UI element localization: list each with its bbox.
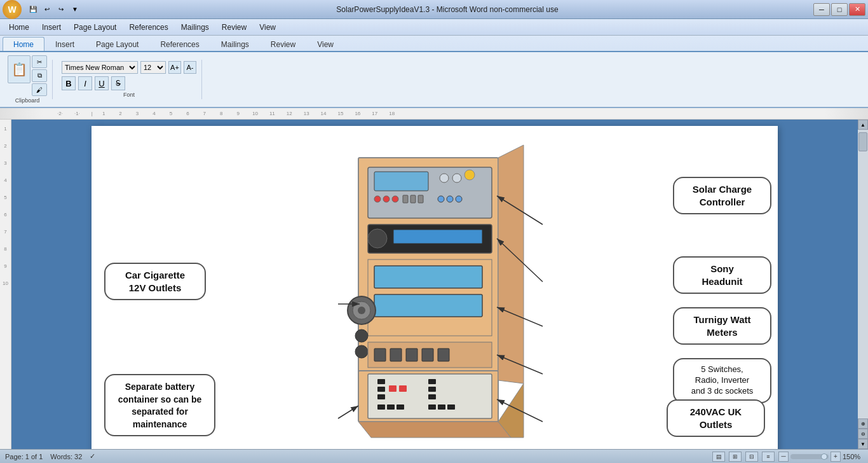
svg-marker-4 <box>358 422 511 438</box>
label-battery-container: Separate battery container so can be sep… <box>104 374 215 436</box>
svg-rect-25 <box>374 294 482 317</box>
svg-line-56 <box>497 399 543 422</box>
svg-rect-48 <box>428 394 436 399</box>
svg-rect-39 <box>377 387 385 392</box>
paste-btn[interactable]: 📋 <box>8 55 31 83</box>
strikethrough-btn[interactable]: S̶ <box>111 76 125 90</box>
svg-point-12 <box>383 196 390 202</box>
tab-page-layout[interactable]: Page Layout <box>85 37 149 51</box>
svg-rect-41 <box>389 385 397 392</box>
svg-rect-36 <box>438 349 449 361</box>
label-240vac: 240VAC UK Outlets <box>667 399 765 437</box>
menu-references[interactable]: References <box>123 20 174 34</box>
scroll-expand-btn[interactable]: ⊕ <box>858 418 868 429</box>
undo-quick-btn[interactable]: ↩ <box>41 3 53 16</box>
bold-btn[interactable]: B <box>62 76 76 90</box>
grow-font-btn[interactable]: A+ <box>168 61 181 74</box>
zoom-slider[interactable] <box>790 454 829 459</box>
view-draft-btn[interactable]: ≡ <box>762 452 775 462</box>
scroll-shrink-btn[interactable]: ⊖ <box>858 429 868 439</box>
svg-line-54 <box>497 307 543 326</box>
svg-line-55 <box>497 355 543 374</box>
view-print-btn[interactable]: ▤ <box>712 452 725 462</box>
tab-insert[interactable]: Insert <box>44 37 85 51</box>
svg-rect-6 <box>368 167 492 218</box>
svg-rect-50 <box>438 404 445 410</box>
svg-rect-33 <box>390 349 402 361</box>
svg-rect-34 <box>406 349 417 361</box>
quick-access-toolbar: 💾 ↩ ↪ ▼ <box>27 3 81 16</box>
svg-point-18 <box>447 196 453 202</box>
svg-rect-44 <box>387 404 395 410</box>
view-fullscreen-btn[interactable]: ⊞ <box>729 452 742 462</box>
svg-line-58 <box>338 406 358 418</box>
ribbon-tabs: Home Insert Page Layout References Maili… <box>0 36 868 51</box>
svg-rect-40 <box>377 394 385 399</box>
zoom-out-btn[interactable]: ─ <box>778 452 789 462</box>
label-solar-charge-controller: Solar Charge Controller <box>673 177 771 214</box>
tab-review[interactable]: Review <box>260 37 306 51</box>
label-turnigy-watt-meters: Turnigy Watt Meters <box>673 307 771 345</box>
zoom-in-btn[interactable]: + <box>831 452 841 462</box>
svg-rect-47 <box>428 387 436 392</box>
svg-rect-45 <box>397 404 404 410</box>
save-quick-btn[interactable]: 💾 <box>27 3 39 16</box>
svg-point-11 <box>374 196 381 202</box>
tab-home[interactable]: Home <box>3 37 44 51</box>
svg-rect-51 <box>447 404 455 410</box>
shrink-font-btn[interactable]: A- <box>184 61 196 74</box>
vertical-scrollbar[interactable]: ▲ ⊕ ⊖ ▼ <box>858 120 868 449</box>
svg-line-53 <box>497 238 543 282</box>
office-button[interactable]: W <box>3 0 22 19</box>
scroll-up-button[interactable]: ▲ <box>858 120 868 130</box>
svg-point-29 <box>355 329 368 342</box>
titlebar-left: W 💾 ↩ ↪ ▼ <box>0 0 81 19</box>
document-area: Solar Charge Controller Sony Headunit Tu… <box>11 120 858 449</box>
redo-quick-btn[interactable]: ↪ <box>55 3 67 16</box>
view-web-btn[interactable]: ⊟ <box>745 452 758 462</box>
menu-mailings[interactable]: Mailings <box>175 20 215 34</box>
menu-review[interactable]: Review <box>215 20 253 34</box>
tab-mailings[interactable]: Mailings <box>210 37 260 51</box>
svg-rect-49 <box>428 404 436 410</box>
cut-btn[interactable]: ✂ <box>32 55 47 68</box>
format-painter-btn[interactable]: 🖌 <box>32 83 47 96</box>
menu-view[interactable]: View <box>253 20 282 34</box>
minimize-button[interactable]: ─ <box>813 3 830 16</box>
svg-rect-2 <box>358 371 498 422</box>
svg-rect-43 <box>377 404 385 410</box>
spellcheck-icon[interactable]: ✓ <box>90 452 95 460</box>
svg-point-26 <box>348 296 376 324</box>
svg-rect-22 <box>393 230 482 244</box>
svg-point-30 <box>355 345 368 358</box>
svg-rect-24 <box>374 266 482 288</box>
italic-btn[interactable]: I <box>78 76 92 90</box>
dropdown-quick-btn[interactable]: ▼ <box>69 3 81 16</box>
maximize-button[interactable]: □ <box>831 3 848 16</box>
svg-point-28 <box>358 307 365 314</box>
menu-page-layout[interactable]: Page Layout <box>67 20 123 34</box>
svg-point-10 <box>465 170 475 180</box>
label-five-switches: 5 Switches, Radio, Inverter and 3 dc soc… <box>673 358 771 403</box>
copy-btn[interactable]: ⧉ <box>32 69 47 82</box>
window-controls: ─ □ ✕ <box>813 3 868 16</box>
close-button[interactable]: ✕ <box>849 3 865 16</box>
svg-point-13 <box>392 196 398 202</box>
menu-bar: Home Insert Page Layout References Maili… <box>0 19 868 36</box>
svg-point-17 <box>438 196 444 202</box>
scroll-thumb[interactable] <box>858 132 867 151</box>
tab-view[interactable]: View <box>306 37 344 51</box>
underline-btn[interactable]: U <box>95 76 109 90</box>
scroll-down-button[interactable]: ▼ <box>858 439 868 449</box>
menu-insert[interactable]: Insert <box>36 20 67 34</box>
font-size-select[interactable]: 12 <box>140 61 166 74</box>
svg-rect-20 <box>368 225 492 253</box>
menu-home[interactable]: Home <box>3 20 36 34</box>
tab-references[interactable]: References <box>149 37 210 51</box>
svg-rect-42 <box>399 385 407 392</box>
font-family-select[interactable]: Times New Roman <box>62 61 138 74</box>
svg-line-52 <box>497 196 543 225</box>
svg-rect-1 <box>358 158 498 380</box>
horizontal-ruler: ·2··1·| 123 456 789 101112 131415 161718 <box>0 108 868 120</box>
svg-rect-32 <box>374 349 386 361</box>
